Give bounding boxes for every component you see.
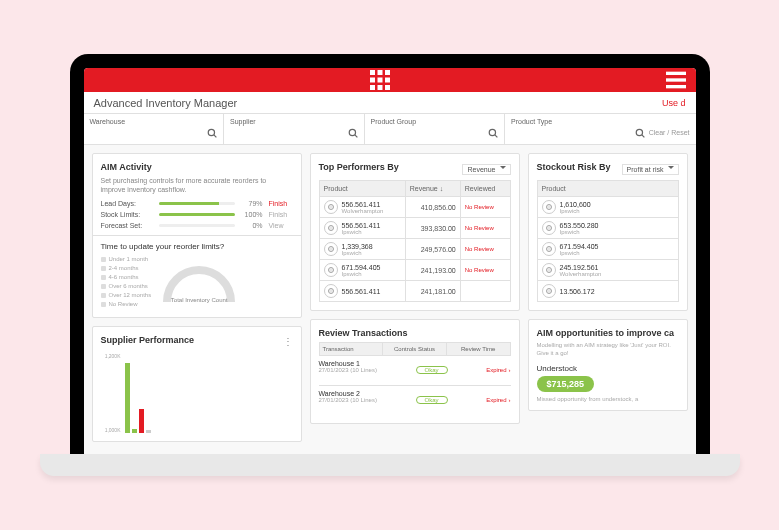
svg-line-15	[354, 134, 357, 137]
product-icon	[324, 200, 338, 214]
reorder-legend: Under 1 month2-4 months4-6 monthsOver 6 …	[101, 255, 152, 309]
metric-label: Understock	[537, 364, 679, 373]
review-status[interactable]: Expired ›	[486, 367, 510, 373]
review-status[interactable]: Expired ›	[486, 397, 510, 403]
chart-bar	[139, 409, 144, 433]
progress-pct: 100%	[241, 211, 263, 218]
progress-bar	[159, 224, 235, 227]
reorder-heading: Time to update your reorder limits?	[101, 242, 293, 251]
table-row[interactable]: 245.192.561Wolverhampton	[537, 260, 678, 281]
svg-rect-4	[377, 78, 382, 83]
progress-bar	[159, 213, 235, 216]
search-icon	[635, 128, 645, 138]
legend-item: 4-6 months	[101, 273, 152, 282]
progress-action[interactable]: Finish	[269, 211, 293, 218]
status-pill: Okay	[416, 396, 448, 404]
card-title: Supplier Performance	[101, 335, 195, 345]
grid-icon[interactable]	[370, 70, 390, 90]
inventory-gauge: Total Inventory Count	[159, 257, 239, 307]
filter-product-type[interactable]: Product Type Clear / Reset	[505, 114, 696, 144]
table-row[interactable]: 1,339,368Ipswich 249,576.00No Review	[319, 239, 510, 260]
left-column: AIM Activity Set purchasing controls for…	[92, 153, 302, 446]
middle-column: Top Performers By Revenue ProductRevenue…	[310, 153, 520, 446]
col-header: Controls Status	[383, 343, 447, 355]
col-header[interactable]: Revenue ↓	[405, 181, 460, 197]
table-row[interactable]: 671.594.405Ipswich	[537, 239, 678, 260]
progress-label: Lead Days:	[101, 200, 153, 207]
topbar	[84, 68, 696, 92]
col-header: Product	[537, 181, 678, 197]
filter-warehouse[interactable]: Warehouse	[84, 114, 225, 144]
svg-line-17	[495, 134, 498, 137]
card-subtitle: Set purchasing controls for more accurat…	[101, 176, 293, 194]
legend-item: No Review	[101, 300, 152, 309]
stockout-select[interactable]: Profit at risk	[622, 164, 679, 175]
table-row[interactable]: 1,610,600Ipswich	[537, 197, 678, 218]
top-performers-card: Top Performers By Revenue ProductRevenue…	[310, 153, 520, 311]
col-header[interactable]: Product	[319, 181, 405, 197]
card-title: Review Transactions	[319, 328, 511, 338]
gauge-label: Total Inventory Count	[159, 297, 239, 304]
ytick: 1,200K	[101, 353, 121, 359]
menu-lines-icon[interactable]	[666, 70, 686, 90]
supplier-chart: 1,200K 1,000K	[101, 353, 293, 433]
svg-point-14	[349, 129, 355, 135]
product-icon	[324, 221, 338, 235]
stockout-table: Product 1,610,600Ipswich653.550.280Ipswi…	[537, 180, 679, 302]
product-type-input[interactable]	[511, 127, 631, 138]
laptop-bezel: Advanced Inventory Manager Use d Warehou…	[70, 54, 710, 454]
progress-row: Lead Days: 79% Finish	[101, 200, 293, 207]
opportunities-card: AIM opportunities to improve ca Modellin…	[528, 319, 688, 411]
search-icon	[488, 128, 498, 138]
product-icon	[324, 263, 338, 277]
progress-action[interactable]: Finish	[269, 200, 293, 207]
app-screen: Advanced Inventory Manager Use d Warehou…	[84, 68, 696, 454]
ytick: 1,000K	[101, 427, 121, 433]
clear-reset-link[interactable]: Clear / Reset	[649, 129, 690, 136]
card-title: AIM Activity	[101, 162, 293, 172]
search-icon	[348, 128, 358, 138]
page-title: Advanced Inventory Manager	[94, 97, 238, 109]
search-icon	[207, 128, 217, 138]
transaction-row[interactable]: Warehouse 127/01/2023 (10 Lines) Okay Ex…	[319, 356, 511, 386]
table-row[interactable]: 556.561.411Wolverhampton 410,856.00No Re…	[319, 197, 510, 218]
svg-rect-7	[377, 85, 382, 90]
dashboard: AIM Activity Set purchasing controls for…	[84, 145, 696, 454]
legend-item: 2-4 months	[101, 264, 152, 273]
laptop-base	[40, 454, 740, 476]
transaction-row[interactable]: Warehouse 227/01/2023 (10 Lines) Okay Ex…	[319, 386, 511, 415]
product-icon	[542, 263, 556, 277]
divider	[93, 235, 301, 236]
right-column: Stockout Risk By Profit at risk Product …	[528, 153, 688, 446]
review-transactions-card: Review Transactions Transaction Controls…	[310, 319, 520, 424]
table-row[interactable]: 653.550.280Ipswich	[537, 218, 678, 239]
svg-rect-2	[385, 70, 390, 75]
chevron-right-icon: ›	[509, 397, 511, 403]
product-icon	[324, 284, 338, 298]
kebab-menu-icon[interactable]: ⋮	[283, 340, 293, 344]
top-performers-select[interactable]: Revenue	[462, 164, 510, 175]
supplier-input[interactable]	[230, 127, 344, 138]
progress-action[interactable]: View	[269, 222, 293, 229]
filter-supplier[interactable]: Supplier	[224, 114, 365, 144]
product-group-input[interactable]	[371, 127, 485, 138]
progress-label: Forecast Set:	[101, 222, 153, 229]
table-row[interactable]: 556.561.411 241,181.00	[319, 281, 510, 302]
svg-line-13	[214, 134, 217, 137]
svg-rect-9	[666, 72, 686, 75]
titlebar-action[interactable]: Use d	[662, 98, 686, 108]
svg-rect-11	[666, 85, 686, 88]
table-row[interactable]: 13.506.172	[537, 281, 678, 302]
table-row[interactable]: 671.594.405Ipswich 241,193.00No Review	[319, 260, 510, 281]
table-row[interactable]: 556.561.411Ipswich 393,830.00No Review	[319, 218, 510, 239]
progress-label: Stock Limits:	[101, 211, 153, 218]
opportunities-subtitle: Modelling with an AIM strategy like 'Jus…	[537, 342, 679, 358]
supplier-performance-card: Supplier Performance ⋮ 1,200K 1,000K	[92, 326, 302, 442]
progress-pct: 79%	[241, 200, 263, 207]
product-icon	[542, 221, 556, 235]
filter-product-group[interactable]: Product Group	[365, 114, 506, 144]
warehouse-input[interactable]	[90, 127, 204, 138]
product-icon	[542, 242, 556, 256]
progress-bar	[159, 202, 235, 205]
col-header[interactable]: Reviewed	[460, 181, 510, 197]
